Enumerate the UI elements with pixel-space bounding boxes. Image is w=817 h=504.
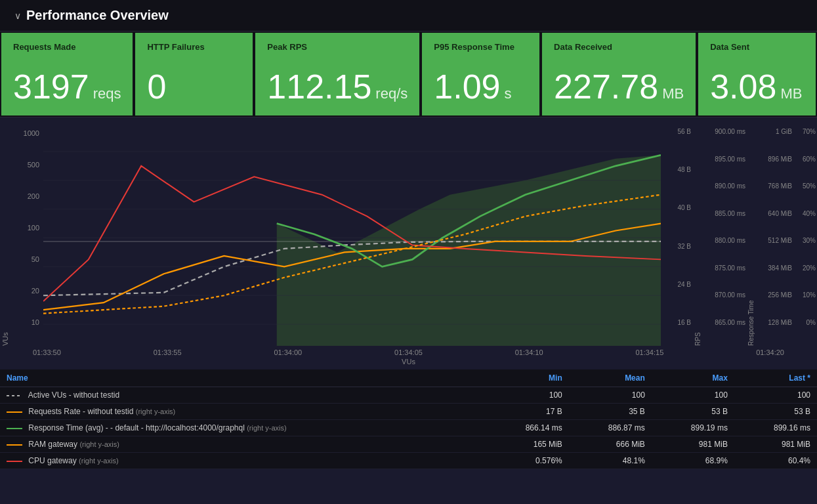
header: ∨ Performance Overview xyxy=(0,0,817,32)
legend-name: Requests Rate - without testid (right y-… xyxy=(0,404,486,420)
y-tick: 50 xyxy=(14,255,39,263)
rps-tick: 24 B xyxy=(663,281,691,288)
rt-tick: 895.00 ms xyxy=(705,156,745,163)
legend-row: Active VUs - without testid 100 100 100 … xyxy=(0,387,817,404)
data-tick: 512 MiB xyxy=(758,237,792,244)
pct-tick: 60% xyxy=(796,156,816,163)
x-tick: 01:34:15 xyxy=(635,348,663,356)
y-tick: 10 xyxy=(14,318,39,326)
rps-tick: 16 B xyxy=(663,319,691,326)
metric-number: 1.09 xyxy=(434,70,500,104)
y-axis-rps: 56 B48 B40 B32 B24 B16 B xyxy=(661,123,694,346)
y-tick: 20 xyxy=(14,287,39,295)
data-tick: 128 MiB xyxy=(758,319,792,326)
metric-label: Peak RPS xyxy=(267,42,408,52)
metric-card-3: P95 Response Time 1.09 s xyxy=(421,32,541,117)
metric-value: 0 xyxy=(147,70,241,104)
rps-label: RPS xyxy=(694,123,702,346)
legend-name: Response Time (avg) - - default - http:/… xyxy=(0,420,486,436)
chart-svg xyxy=(43,123,661,346)
legend-last: 60.4% xyxy=(734,453,817,469)
col-max: Max xyxy=(652,369,734,387)
metric-number: 0 xyxy=(147,70,166,104)
data-tick: 768 MiB xyxy=(758,182,792,190)
rt-tick: 865.00 ms xyxy=(705,319,745,326)
y-axis-left: 1000500200100502010 xyxy=(10,123,43,346)
data-tick: 384 MiB xyxy=(758,264,792,272)
legend-mean: 48.1% xyxy=(569,453,652,469)
metric-label: Requests Made xyxy=(13,42,121,52)
y-tick: 200 xyxy=(14,192,39,200)
data-tick: 640 MiB xyxy=(758,210,792,217)
legend-max: 68.9% xyxy=(652,453,734,469)
data-tick: 896 MiB xyxy=(758,156,792,163)
metric-card-0: Requests Made 3197 reqs xyxy=(0,32,134,117)
rt-tick: 870.00 ms xyxy=(705,291,745,299)
metric-unit: s xyxy=(505,87,512,101)
col-name: Name xyxy=(0,369,486,387)
metric-card-5: Data Sent 3.08 MB xyxy=(697,32,817,117)
metric-card-1: HTTP Failures 0 xyxy=(134,32,254,117)
legend-name: CPU gateway (right y-axis) xyxy=(0,453,486,469)
metric-number: 3197 xyxy=(13,70,89,104)
x-tick: 01:34:20 xyxy=(756,348,784,356)
pct-tick: 20% xyxy=(796,264,816,272)
legend-min: 17 B xyxy=(486,404,569,420)
metrics-row: Requests Made 3197 reqs HTTP Failures 0 … xyxy=(0,32,817,117)
y-tick: 100 xyxy=(14,224,39,232)
chart-section: VUs 1000500200100502010 xyxy=(0,117,817,369)
legend-table: Name Min Mean Max Last * Active VUs - wi… xyxy=(0,369,817,469)
y-tick: 1000 xyxy=(14,129,39,137)
metric-label: HTTP Failures xyxy=(147,42,241,52)
pct-tick: 0% xyxy=(796,319,816,326)
legend-max: 100 xyxy=(652,387,734,404)
x-tick: 01:34:10 xyxy=(515,348,543,356)
metric-value: 227.78 MB xyxy=(554,70,684,104)
pct-tick: 40% xyxy=(796,210,816,217)
legend-name: RAM gateway (right y-axis) xyxy=(0,436,486,453)
metric-value: 112.15 req/s xyxy=(267,70,408,104)
metric-label: Data Sent xyxy=(710,42,804,52)
rt-tick: 885.00 ms xyxy=(705,210,745,217)
data-tick: 1 GiB xyxy=(758,128,792,135)
metric-number: 227.78 xyxy=(554,70,658,104)
legend-min: 100 xyxy=(486,387,569,404)
rt-tick: 890.00 ms xyxy=(705,182,745,190)
metric-card-4: Data Received 227.78 MB xyxy=(541,32,697,117)
legend-row: Requests Rate - without testid (right y-… xyxy=(0,404,817,420)
legend-min: 866.14 ms xyxy=(486,420,569,436)
rps-tick: 32 B xyxy=(663,243,691,250)
y-axis-data: 1 GiB896 MiB768 MiB640 MiB512 MiB384 MiB… xyxy=(755,123,793,346)
legend-last: 981 MiB xyxy=(734,436,817,453)
metric-number: 3.08 xyxy=(710,70,776,104)
legend-mean: 666 MiB xyxy=(569,436,652,453)
metric-label: Data Received xyxy=(554,42,684,52)
col-min: Min xyxy=(486,369,569,387)
col-last: Last * xyxy=(734,369,817,387)
metric-number: 112.15 xyxy=(267,70,371,104)
x-axis: 01:33:5001:33:5501:34:0001:34:0501:34:10… xyxy=(0,346,817,356)
x-tick: 01:34:05 xyxy=(394,348,423,356)
x-axis-label: VUs xyxy=(0,356,817,369)
legend-last: 899.16 ms xyxy=(734,420,817,436)
metric-unit: MB xyxy=(662,87,684,101)
metric-label: P95 Response Time xyxy=(434,42,528,52)
rt-tick: 880.00 ms xyxy=(705,237,745,244)
legend-max: 53 B xyxy=(652,404,734,420)
pct-tick: 10% xyxy=(796,291,816,299)
legend-min: 0.576% xyxy=(486,453,569,469)
legend-mean: 886.87 ms xyxy=(569,420,652,436)
legend-mean: 100 xyxy=(569,387,652,404)
legend-max: 899.19 ms xyxy=(652,420,734,436)
metric-unit: MB xyxy=(780,87,802,101)
rps-tick: 48 B xyxy=(663,166,691,173)
col-mean: Mean xyxy=(569,369,652,387)
x-tick: 01:34:00 xyxy=(274,348,302,356)
response-time-label: Response Time xyxy=(747,123,755,346)
metric-value: 3.08 MB xyxy=(710,70,804,104)
pct-tick: 50% xyxy=(796,182,816,190)
legend-min: 165 MiB xyxy=(486,436,569,453)
rt-tick: 900.00 ms xyxy=(705,128,745,135)
rps-tick: 56 B xyxy=(663,128,691,135)
page-title: Performance Overview xyxy=(26,8,169,23)
